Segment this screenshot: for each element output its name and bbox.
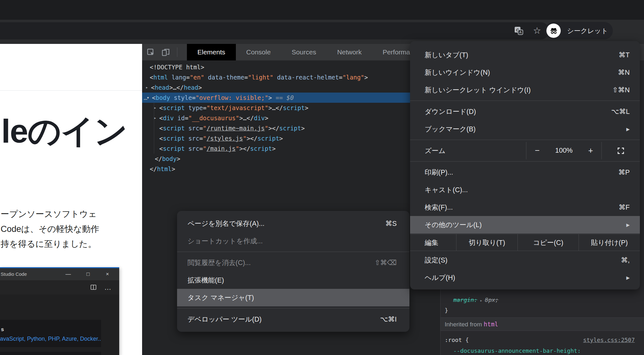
dom-tree-node[interactable]: <script src="/styles.js"></script> (142, 133, 440, 143)
vscode-language-links: avaScript, Python, PHP, Azure, Docker... (0, 336, 101, 342)
stylesheet-source-link[interactable]: styles.css:2507 (583, 337, 635, 343)
maximize-icon: □ (86, 268, 90, 280)
dom-tree-node[interactable]: ▸<script type="text/javascript">…</scrip… (142, 103, 440, 113)
dom-tree-node[interactable]: <!DOCTYPE html> (142, 62, 440, 72)
incognito-badge: シークレット (545, 22, 613, 39)
devtools-tabs: ElementsConsoleSourcesNetworkPerformance (187, 44, 431, 60)
menu-item-downloads[interactable]: ダウンロード(D)⌥⌘L (410, 103, 640, 120)
paragraph-line: 持を得るに至りました。 (1, 237, 99, 252)
paragraph-line: ープンソースソフトウェ (1, 207, 99, 222)
menu-item-new-window[interactable]: 新しいウインドウ(N)⌘N (410, 64, 640, 81)
menu-item-bookmarks[interactable]: ブックマーク(B)▶ (410, 120, 640, 138)
expand-right-icon[interactable]: ▸ (154, 103, 156, 113)
devtools-tab-sources[interactable]: Sources (281, 44, 327, 60)
menu-separator (410, 140, 640, 140)
vscode-editor-toolbar: … (0, 280, 119, 295)
inherited-selector-link[interactable]: html (484, 321, 498, 328)
browser-tab-strip (0, 0, 644, 20)
menu-separator (177, 252, 409, 252)
device-toolbar-icon[interactable] (161, 48, 170, 57)
expand-down-icon[interactable]: ▾ (147, 93, 149, 103)
dom-tree-node[interactable]: <script src="/main.js"></script> (142, 143, 440, 154)
address-bar[interactable]: G A ☆ (0, 22, 549, 39)
zoom-label: ズーム (410, 146, 526, 155)
menu-item-create-shortcut[interactable]: ショートカットを作成... (177, 232, 409, 250)
paste-button[interactable]: 貼り付け(P) (579, 234, 640, 251)
vscode-panel (0, 320, 101, 347)
fullscreen-button[interactable] (602, 147, 640, 155)
css-rule-selector[interactable]: :root { (445, 337, 469, 343)
dom-tree-node[interactable]: …▾<body style="overflow: visible;"> == $… (142, 93, 440, 103)
vscode-panel (0, 352, 101, 355)
incognito-icon (546, 24, 561, 38)
menu-item-print[interactable]: 印刷(P)...⌘P (410, 164, 640, 181)
menu-separator (177, 308, 409, 309)
bookmark-star-icon[interactable]: ☆ (533, 26, 541, 35)
devtools-toolbar-icons (142, 44, 187, 60)
split-editor-icon (90, 284, 97, 292)
menu-item-new-incognito-window[interactable]: 新しいシークレット ウインドウ(I)⇧⌘N (410, 81, 640, 99)
dom-tree-node[interactable]: ▸<head>…</head> (142, 82, 440, 93)
submenu-arrow-icon: ▶ (626, 127, 630, 132)
menu-item-task-manager[interactable]: タスク マネージャ(T) (177, 289, 409, 306)
copy-button[interactable]: コピー(C) (517, 234, 579, 251)
navbar-divider (0, 90, 142, 91)
dom-tree-node[interactable]: </body> (142, 154, 440, 164)
expand-right-icon[interactable]: ▸ (154, 113, 156, 123)
browser-window: G A ☆ シークレット ⋮ (0, 0, 644, 355)
vscode-screenshot: Studio Code — □ × … s avaScript, Python,… (0, 267, 119, 355)
menu-item-cast[interactable]: キャスト(C)... (410, 181, 640, 198)
dom-tree-node[interactable]: </html> (142, 164, 440, 174)
menu-item-clear-browsing-data[interactable]: 閲覧履歴を消去(C)...⇧⌘⌫ (177, 254, 409, 271)
css-closing-brace: } (445, 307, 448, 314)
paragraph-line: Codeは、その軽快な動作 (1, 222, 99, 237)
menu-item-save-page-as[interactable]: ページを別名で保存(A)...⌘S (177, 215, 409, 232)
submenu-arrow-icon: ▶ (626, 222, 630, 227)
css-custom-property[interactable]: --docusaurus-announcement-bar-height: (453, 347, 581, 354)
expand-shorthand-icon: ▸ (477, 298, 485, 303)
dom-tree-node[interactable]: <script src="/runtime~main.js"></script> (142, 123, 440, 133)
menu-separator (410, 101, 640, 101)
google-translate-icon[interactable]: G A (514, 26, 524, 36)
zoom-out-button[interactable]: − (526, 146, 548, 156)
inspect-element-icon[interactable] (147, 48, 155, 57)
incognito-label: シークレット (567, 26, 608, 35)
css-declaration-overridden[interactable]: margin: ▸ 8px; (453, 296, 499, 303)
menu-item-find[interactable]: 検索(F)...⌘F (410, 198, 640, 216)
devtools-tab-network[interactable]: Network (327, 44, 372, 60)
menu-item-edit-row: 編集切り取り(T)コピー(C)貼り付け(P) (410, 234, 640, 251)
toolbar-divider (177, 47, 177, 57)
submenu-arrow-icon: ▶ (626, 275, 630, 280)
close-icon: × (106, 268, 109, 280)
browser-toolbar: G A ☆ シークレット ⋮ (0, 20, 644, 44)
dom-tree-node[interactable]: <html lang="en" data-theme="light" data-… (142, 72, 440, 82)
svg-text:A: A (519, 30, 522, 34)
edit-label: 編集 (410, 234, 456, 251)
menu-separator (410, 161, 640, 162)
devtools-tab-console[interactable]: Console (236, 44, 281, 60)
chrome-app-menu: 新しいタブ(T)⌘T新しいウインドウ(N)⌘N新しいシークレット ウインドウ(I… (410, 41, 640, 289)
devtools-tab-elements[interactable]: Elements (187, 44, 236, 60)
menu-item-extensions[interactable]: 拡張機能(E) (177, 271, 409, 289)
page-title: leのイン (1, 115, 127, 148)
dom-tree-node[interactable]: ▸<div id="__docusaurus">…</div> (142, 113, 440, 123)
menu-item-more-tools[interactable]: その他のツール(L)▶ (410, 216, 640, 233)
page-paragraph: ープンソースソフトウェ Codeは、その軽快な動作 持を得るに至りました。 (1, 207, 99, 252)
menu-item-settings[interactable]: 設定(S)⌘, (410, 251, 640, 269)
cut-button[interactable]: 切り取り(T) (456, 234, 517, 251)
vscode-title: Studio Code (1, 268, 27, 280)
menu-item-new-tab[interactable]: 新しいタブ(T)⌘T (410, 46, 640, 64)
menu-item-help[interactable]: ヘルプ(H)▶ (410, 269, 640, 286)
minimize-icon: — (65, 268, 71, 280)
menu-item-zoom: ズーム−100%+ (410, 142, 640, 159)
page-viewport: leのイン ープンソースソフトウェ Codeは、その軽快な動作 持を得るに至りま… (0, 44, 142, 355)
expand-right-icon[interactable]: ▸ (146, 82, 148, 93)
vscode-panel-text: s (1, 326, 4, 333)
inherited-from-section: Inherited from html (441, 317, 644, 331)
more-actions-icon: … (104, 280, 112, 295)
menu-item-developer-tools[interactable]: デベロッパー ツール(D)⌥⌘I (177, 310, 409, 328)
zoom-in-button[interactable]: + (580, 146, 601, 156)
vscode-titlebar: Studio Code — □ × (0, 268, 119, 280)
zoom-value: 100% (548, 147, 580, 155)
more-tools-submenu: ページを別名で保存(A)...⌘Sショートカットを作成...閲覧履歴を消去(C)… (177, 211, 409, 332)
